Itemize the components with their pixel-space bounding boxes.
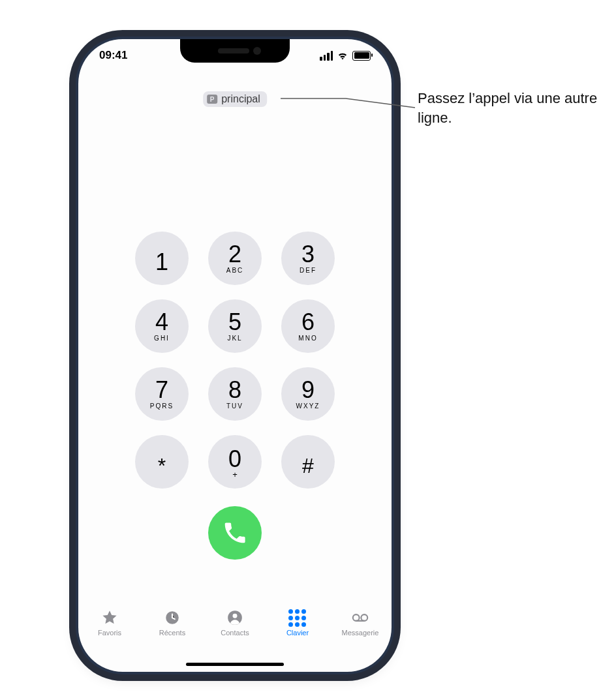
status-time: 09:41 [99,49,127,62]
cellular-signal-icon [320,51,333,61]
wifi-icon [337,50,348,61]
notch [180,39,290,63]
callout-text: Passez l’appel via une autre ligne. [418,89,600,127]
battery-icon [352,51,371,61]
